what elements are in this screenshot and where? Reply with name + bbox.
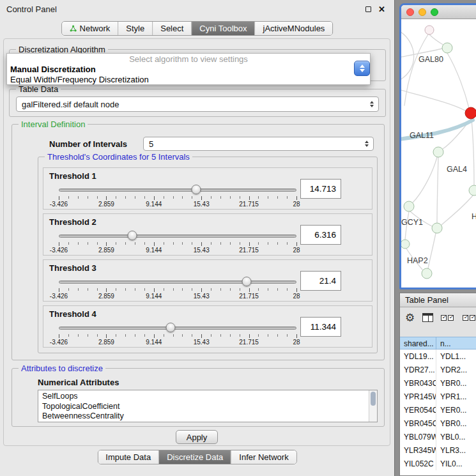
slider-tick: [277, 288, 278, 291]
slider-thumb[interactable]: [242, 277, 251, 286]
network-node[interactable]: [432, 223, 442, 233]
network-edge[interactable]: [413, 157, 437, 203]
network-node[interactable]: [401, 240, 410, 249]
threshold-1-slider[interactable]: -3.4262.8599.14415.4321.71528: [59, 184, 296, 208]
network-edge[interactable]: [429, 35, 444, 45]
table-cell[interactable]: YBR045C: [400, 417, 436, 430]
table-row[interactable]: YIL052CYIL0...: [400, 457, 476, 470]
network-edge[interactable]: [401, 89, 465, 111]
network-edge[interactable]: [404, 35, 428, 105]
slider-thumb[interactable]: [191, 185, 201, 194]
tab-impute-data[interactable]: Impute Data: [98, 450, 158, 464]
slider-tick: [240, 196, 240, 199]
number-of-intervals-combobox[interactable]: 5: [143, 137, 374, 151]
table-cell[interactable]: YBL0...: [436, 430, 476, 443]
table-data-combobox[interactable]: galFiltered.sif default node: [16, 96, 379, 112]
table-cell[interactable]: YDR27...: [400, 363, 436, 376]
threshold-3-slider[interactable]: -3.4262.8599.14415.4321.71528: [59, 276, 296, 300]
attribute-list-item[interactable]: SelfLoops: [42, 392, 377, 402]
table-row[interactable]: YBR043CYBR0...: [400, 376, 476, 390]
table-row[interactable]: YBR045CYBR0...: [400, 417, 476, 430]
tab-network[interactable]: Network: [62, 22, 118, 35]
table-row[interactable]: YPR145WYPR1...: [400, 390, 476, 403]
tab-cyni-toolbox[interactable]: Cyni Toolbox: [191, 22, 254, 35]
tab-style[interactable]: Style: [118, 22, 152, 35]
table-cell[interactable]: YBL079W: [400, 430, 436, 443]
numerical-attributes-list[interactable]: SelfLoopsTopologicalCoefficientBetweenne…: [38, 390, 378, 422]
network-edge[interactable]: [428, 233, 436, 268]
network-node[interactable]: [465, 107, 476, 119]
zoom-traffic-light-icon[interactable]: [431, 8, 438, 16]
attribute-list-item[interactable]: BetweennessCentrality: [42, 411, 377, 422]
deselect-checkboxes-icon[interactable]: [463, 315, 476, 321]
threshold-2-value-field[interactable]: 6.316: [300, 225, 341, 245]
table-cell[interactable]: YIL052C: [400, 457, 436, 470]
attribute-list-item[interactable]: TopologicalCoefficient: [42, 402, 377, 412]
table-panel-titlebar: Table Panel: [400, 293, 476, 307]
table-row[interactable]: YDR27...YDR2...: [400, 363, 476, 376]
threshold-1-value-field[interactable]: 14.713: [300, 179, 341, 199]
table-cell[interactable]: YBR0...: [436, 417, 476, 430]
gear-icon[interactable]: ⚙: [405, 312, 415, 323]
threshold-2-slider[interactable]: -3.4262.8599.14415.4321.71528: [59, 230, 296, 254]
close-traffic-light-icon[interactable]: [406, 8, 414, 16]
tab-jactivemnodules[interactable]: jActiveMNodules: [255, 22, 333, 35]
table-row[interactable]: YLR345WYLR3...: [400, 443, 476, 457]
algorithm-placeholder: Select algorithm to view settings: [7, 54, 370, 65]
table-cell[interactable]: YDL19...: [400, 349, 436, 363]
table-cell[interactable]: YPR145W: [400, 390, 436, 403]
network-node[interactable]: [442, 43, 452, 53]
table-cell[interactable]: YDR2...: [436, 363, 476, 376]
table-cell[interactable]: YER054C: [400, 403, 436, 417]
network-node[interactable]: [433, 147, 443, 157]
columns-icon[interactable]: [422, 313, 433, 322]
table-cell[interactable]: YDL1...: [436, 349, 476, 363]
table-cell[interactable]: YER0...: [436, 403, 476, 417]
network-node[interactable]: [404, 201, 414, 211]
tab-discretize-data[interactable]: Discretize Data: [158, 450, 231, 464]
network-node[interactable]: [422, 268, 432, 279]
column-header-name[interactable]: n...: [436, 337, 476, 349]
network-edge[interactable]: [441, 196, 473, 225]
dropdown-item-equal-width-frequency[interactable]: Equal Width/Frequency Discretization: [7, 75, 370, 85]
table-cell[interactable]: YLR345W: [400, 443, 436, 457]
slider-tick: [106, 288, 107, 292]
threshold-4-value-field[interactable]: 11.344: [300, 317, 341, 337]
dropdown-item-manual-discretization[interactable]: Manual Discretization: [7, 65, 370, 75]
network-node[interactable]: [469, 185, 476, 196]
attributes-legend: Attributes to discretize: [19, 364, 105, 373]
network-node[interactable]: [425, 26, 434, 35]
tab-infer-network[interactable]: Infer Network: [231, 450, 296, 464]
float-window-icon[interactable]: [365, 6, 371, 12]
table-cell[interactable]: YPR1...: [436, 390, 476, 403]
tab-select[interactable]: Select: [152, 22, 191, 35]
table-row[interactable]: YBL079WYBL0...: [400, 430, 476, 443]
table-cell[interactable]: YBR0...: [436, 376, 476, 390]
network-edge[interactable]: [437, 157, 438, 223]
select-all-checkboxes-icon[interactable]: [441, 315, 455, 321]
tab-label: Select: [160, 24, 183, 33]
attributes-list-scrollbar[interactable]: [369, 390, 377, 422]
slider-thumb[interactable]: [165, 323, 175, 332]
close-window-icon[interactable]: ✕: [378, 5, 385, 13]
table-cell[interactable]: YBR043C: [400, 376, 436, 390]
threshold-3-value-field[interactable]: 21.4: [300, 271, 341, 291]
apply-button[interactable]: Apply: [176, 430, 218, 444]
slider-tick: [135, 196, 135, 199]
algorithm-combobox-stepper[interactable]: [354, 61, 370, 76]
table-cell[interactable]: YLR3...: [436, 443, 476, 457]
network-canvas[interactable]: GAL80GAL11GAL4GCY1HAP2H: [401, 19, 476, 288]
slider-tick: [201, 334, 202, 338]
scrollbar-thumb[interactable]: [371, 392, 376, 406]
table-cell[interactable]: YIL0...: [436, 457, 476, 470]
minimize-traffic-light-icon[interactable]: [418, 8, 426, 16]
slider-tick: [68, 334, 69, 337]
network-edge[interactable]: [447, 53, 469, 108]
threshold-4-slider[interactable]: -3.4262.8599.14415.4321.71528: [59, 322, 296, 346]
column-header-shared-name[interactable]: shared...: [400, 337, 436, 349]
table-row[interactable]: YDL19...YDL1...: [400, 349, 476, 363]
slider-thumb[interactable]: [128, 231, 137, 240]
slider-scale-label: 15.43: [194, 339, 210, 346]
table-row[interactable]: YER054CYER0...: [400, 403, 476, 417]
network-edge[interactable]: [472, 119, 474, 185]
